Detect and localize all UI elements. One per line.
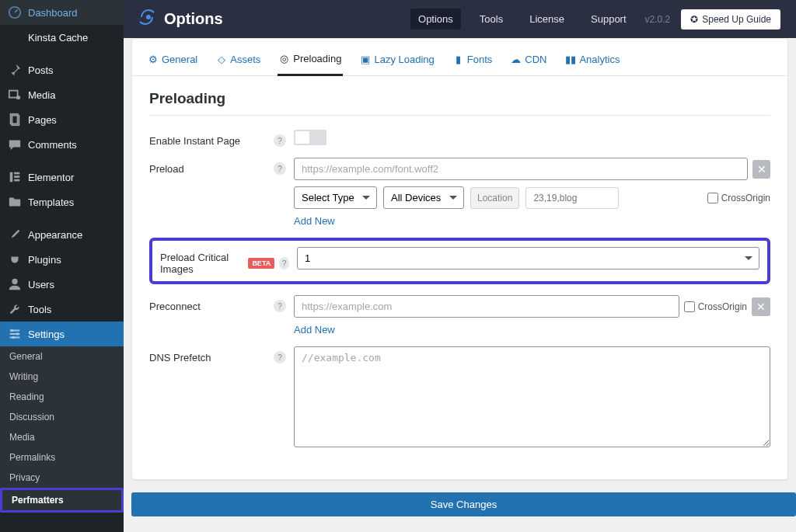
crossorigin-check[interactable]: CrossOrigin: [707, 193, 770, 203]
remove-icon[interactable]: ✕: [752, 160, 770, 179]
media-icon: [8, 88, 22, 102]
sidebar-label: Dashboard: [28, 7, 78, 19]
tab-preloading[interactable]: ◎Preloading: [278, 48, 343, 76]
row-dns-prefetch: DNS Prefetch ?: [149, 346, 770, 450]
tab-assets[interactable]: ◇Assets: [215, 48, 262, 75]
sidebar-item-appearance[interactable]: Appearance: [0, 222, 124, 247]
sidebar-label: Appearance: [28, 229, 82, 241]
topnav-options[interactable]: Options: [410, 9, 461, 30]
dashboard-icon: [8, 5, 22, 19]
save-changes-button[interactable]: Save Changes: [131, 492, 796, 516]
main-area: Options Options Tools License Support v2…: [124, 0, 796, 532]
svg-point-2: [16, 96, 20, 99]
divider: [149, 115, 770, 116]
svg-point-11: [16, 332, 19, 336]
help-icon[interactable]: ?: [279, 257, 289, 269]
tab-cdn[interactable]: ☁CDN: [509, 48, 548, 75]
preload-url-input[interactable]: [294, 158, 748, 180]
chart-icon: ▮▮: [565, 54, 575, 64]
pages-icon: [8, 113, 22, 127]
toggle-instant-page[interactable]: [294, 130, 326, 145]
svg-rect-6: [14, 172, 19, 175]
tab-lazy-loading[interactable]: ▣Lazy Loading: [358, 48, 435, 75]
submenu-discussion[interactable]: Discussion: [0, 407, 124, 427]
dns-prefetch-textarea[interactable]: [294, 346, 770, 447]
code-icon: ◇: [216, 54, 226, 64]
sidebar-item-comments[interactable]: Comments: [0, 132, 124, 157]
help-icon[interactable]: ?: [274, 134, 286, 147]
svg-point-10: [11, 329, 14, 332]
label-preconnect: Preconnect: [149, 301, 201, 312]
sidebar-label: Templates: [28, 196, 74, 208]
add-new-preload[interactable]: Add New: [294, 215, 335, 227]
svg-point-9: [12, 279, 17, 284]
preload-type-select[interactable]: Select Type: [294, 186, 377, 209]
svg-rect-7: [14, 176, 19, 178]
page-title: Options: [164, 10, 223, 28]
svg-rect-1: [9, 91, 18, 98]
sidebar-label: Settings: [28, 329, 65, 340]
sidebar-item-users[interactable]: Users: [0, 272, 124, 297]
sidebar-label: Comments: [28, 139, 77, 151]
sidebar-label: Elementor: [28, 172, 74, 183]
svg-rect-8: [14, 179, 19, 182]
sidebar-item-plugins[interactable]: Plugins: [0, 247, 124, 272]
topnav-support[interactable]: Support: [583, 9, 634, 30]
sidebar-label: Posts: [28, 64, 54, 76]
preload-critical-select[interactable]: 1: [297, 247, 759, 269]
tab-fonts[interactable]: ▮Fonts: [452, 48, 494, 75]
submenu-perfmatters[interactable]: Perfmatters: [0, 488, 124, 513]
tab-analytics[interactable]: ▮▮Analytics: [564, 48, 621, 75]
svg-point-13: [147, 16, 150, 19]
pin-icon: [8, 63, 22, 77]
submenu-general[interactable]: General: [0, 346, 124, 367]
submenu-writing[interactable]: Writing: [0, 367, 124, 387]
submenu-reading[interactable]: Reading: [0, 387, 124, 407]
submenu-permalinks[interactable]: Permalinks: [0, 447, 124, 468]
brush-icon: [8, 228, 22, 242]
topnav-license[interactable]: License: [522, 9, 572, 30]
submenu-media[interactable]: Media: [0, 427, 124, 447]
location-input[interactable]: [525, 187, 619, 209]
row-enable-instant: Enable Instant Page ?: [149, 130, 770, 147]
settings-card: ⚙General ◇Assets ◎Preloading ▣Lazy Loadi…: [131, 38, 788, 480]
sidebar-label: Users: [28, 279, 54, 290]
submenu-privacy[interactable]: Privacy: [0, 468, 124, 488]
sidebar-item-media[interactable]: Media: [0, 82, 124, 107]
perfmatters-logo-icon: [139, 8, 158, 30]
sidebar-item-tools[interactable]: Tools: [0, 297, 124, 322]
sidebar-label: Pages: [28, 114, 57, 126]
row-preload: Preload ? ✕ Select Type All Devices Loca…: [149, 158, 770, 227]
comment-icon: [8, 137, 22, 151]
brand: Options: [139, 8, 223, 30]
admin-sidebar: Dashboard Kinsta Cache Posts Media Pages…: [0, 0, 124, 532]
sidebar-item-dashboard[interactable]: Dashboard: [0, 0, 124, 25]
sidebar-item-pages[interactable]: Pages: [0, 107, 124, 132]
sidebar-item-settings[interactable]: Settings: [0, 322, 124, 346]
sidebar-item-templates[interactable]: Templates: [0, 190, 124, 214]
gear-icon: ⚙: [148, 54, 158, 64]
speed-up-guide-button[interactable]: ✪ Speed Up Guide: [681, 9, 780, 30]
form-body: Preloading Enable Instant Page ? Preload: [132, 76, 787, 479]
preload-device-select[interactable]: All Devices: [383, 186, 464, 209]
settings-submenu: General Writing Reading Discussion Media…: [0, 346, 124, 513]
font-icon: ▮: [453, 54, 463, 64]
cloud-icon: ☁: [511, 54, 521, 64]
label-dns-prefetch: DNS Prefetch: [149, 352, 211, 363]
preconnect-url-input[interactable]: [294, 295, 679, 318]
topnav-tools[interactable]: Tools: [472, 9, 511, 30]
sidebar-label: Media: [28, 89, 55, 101]
image-icon: ▣: [360, 54, 370, 64]
sidebar-item-elementor[interactable]: Elementor: [0, 165, 124, 190]
sidebar-item-kinsta[interactable]: Kinsta Cache: [0, 25, 124, 50]
preconnect-crossorigin-check[interactable]: CrossOrigin: [684, 301, 747, 312]
help-icon[interactable]: ?: [274, 300, 286, 312]
label-preload: Preload: [149, 163, 184, 175]
help-icon[interactable]: ?: [274, 162, 286, 175]
tab-general[interactable]: ⚙General: [146, 48, 199, 75]
user-icon: [8, 277, 22, 291]
help-icon[interactable]: ?: [274, 351, 286, 363]
sidebar-item-posts[interactable]: Posts: [0, 57, 124, 82]
add-new-preconnect[interactable]: Add New: [294, 324, 335, 336]
remove-icon[interactable]: ✕: [752, 297, 770, 316]
